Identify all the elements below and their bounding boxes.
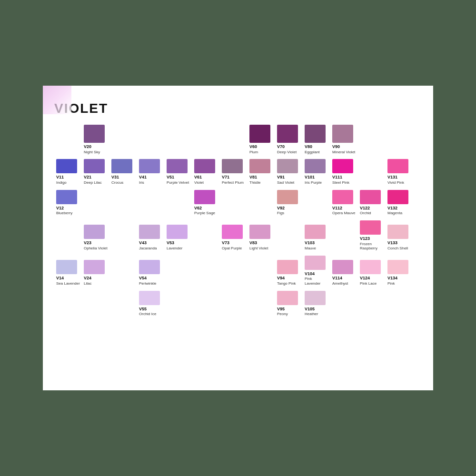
color-cell-V112: V112Opera Mauve [330,189,358,218]
empty-cell-r5-c2 [109,285,137,288]
name-V71: Perfect Plum [222,180,246,185]
code-V31: V31 [111,175,135,180]
empty-cell-r3-c4 [165,215,192,218]
code-V81: V81 [249,175,273,180]
swatch-V101 [305,159,326,173]
empty-cell-r4-c5 [192,250,220,253]
color-cell-V131: V131Vivid Pink [386,158,413,187]
corner-decoration [43,86,71,114]
name-V104: Pink Lavender [305,277,328,286]
swatch-V94 [277,260,298,274]
empty-cell-r4-c8 [275,250,303,253]
code-V83: V83 [249,240,273,246]
code-V122: V122 [360,206,384,211]
color-cell-V133: V133Conch Shell [386,224,413,252]
empty-cell-r1-c3 [137,153,165,156]
code-V103: V103 [305,240,328,246]
color-cell-V12: V12Blueberry [54,189,82,218]
swatch-V92 [277,190,298,204]
swatch-V21 [84,159,105,173]
empty-cell-r4-c2 [109,250,137,253]
color-cell-V92: V92Figs [275,189,303,218]
name-V21: Deep Lilac [84,180,108,185]
code-V61: V61 [194,175,218,180]
empty-cell-r3-c6 [220,215,248,218]
swatch-V103 [305,225,326,239]
color-cell-V41: V41Iris [137,158,165,187]
swatch-V132 [387,190,408,204]
swatch-V53 [167,225,188,239]
name-V131: Vivid Pink [387,180,411,185]
swatch-V20 [84,125,105,143]
name-V132: Magenta [387,211,411,216]
code-V134: V134 [387,276,411,281]
code-V95: V95 [277,307,301,312]
code-V101: V101 [305,175,328,180]
name-V91: Sad Violet [277,180,301,185]
color-row-5: V14Sea LavenderV24LilacV54PeriwinkleV94T… [54,255,422,288]
color-cell-V103: V103Mauve [303,224,330,252]
empty-cell-r6-c7 [248,316,275,318]
color-cell-V21: V21Deep Lilac [82,158,109,187]
code-V62: V62 [194,206,218,211]
empty-cell-r3-c9 [303,215,330,218]
code-V91: V91 [277,175,301,180]
color-cell-V51: V51Purple Velvet [165,158,192,187]
name-V31: Crocus [111,180,135,185]
swatch-V81 [249,159,270,173]
name-V101: Iris Purple [305,180,328,185]
swatch-V60 [249,125,270,143]
swatch-V80 [305,125,326,143]
color-cell-V31: V31Crocus [109,158,137,187]
code-V132: V132 [387,206,411,211]
swatch-V111 [332,159,353,173]
color-row-3: V12BlueberryV62Purple SageV92FigsV112Ope… [54,189,422,218]
name-V105: Heather [305,312,328,317]
name-V133: Conch Shell [387,246,411,251]
swatch-V114 [332,260,353,274]
swatch-V55 [139,291,160,305]
swatch-V95 [277,291,298,305]
name-V24: Lilac [84,281,108,286]
color-cell-V111: V111Steel Pink [330,158,358,187]
name-V123: Frozen Raspberry [360,242,384,251]
empty-cell-r6-c5 [192,316,220,318]
empty-cell-r1-c2 [109,153,137,156]
name-V61: Violet [194,180,218,185]
empty-cell-r5-c6 [220,285,248,288]
code-V60: V60 [249,144,273,150]
name-V111: Steel Pink [332,180,356,185]
empty-cell-r6-c4 [165,316,192,318]
name-V62: Purple Sage [194,211,218,216]
color-cell-V105: V105Heather [303,290,330,318]
code-V104: V104 [305,271,328,277]
code-V71: V71 [222,175,246,180]
code-V114: V114 [332,276,356,281]
code-V55: V55 [139,307,163,312]
name-V11: Indigo [56,180,80,185]
code-V124: V124 [360,276,384,281]
empty-cell-r1-c4 [165,153,192,156]
swatch-V133 [387,225,408,239]
name-V114: Amethyst [332,281,356,286]
color-cell-V54: V54Periwinkle [137,259,165,288]
swatch-V11 [56,159,77,173]
code-V53: V53 [167,240,190,246]
name-V70: Deep Violet [277,150,301,155]
color-cell-V83: V83Light Violet [248,224,275,252]
color-cell-V104: V104Pink Lavender [303,255,330,288]
name-V112: Opera Mauve [332,211,356,216]
swatch-V70 [277,125,298,143]
empty-cell-r1-c12 [386,153,413,156]
color-cell-V24: V24Lilac [82,259,109,288]
empty-cell-r1-c6 [220,153,248,156]
empty-cell-r5-c4 [165,285,192,288]
swatch-V122 [360,190,381,204]
empty-cell-r3-c3 [137,215,165,218]
code-V131: V131 [387,175,411,180]
name-V95: Peony [277,312,301,317]
color-cell-V62: V62Purple Sage [192,189,220,218]
color-row-1: V20Night SkyV60PlumV70Deep VioletV80Eggp… [54,124,422,156]
code-V43: V43 [139,240,163,246]
color-cell-V14: V14Sea Lavender [54,259,82,288]
